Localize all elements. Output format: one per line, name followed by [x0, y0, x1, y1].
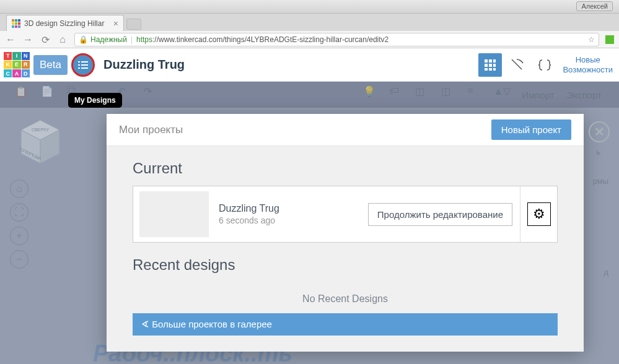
design-name[interactable]: Duzzling Trug — [103, 58, 185, 72]
viewcube[interactable]: СВЕРХУ СПЕРЕДИ — [19, 119, 62, 168]
zoom-in-icon[interactable]: + — [10, 227, 29, 245]
svg-rect-13 — [489, 68, 492, 71]
reload-icon[interactable]: ⟳ — [40, 34, 51, 46]
my-designs-tooltip: My Designs — [68, 93, 122, 108]
news-line2: Возможности — [563, 65, 613, 75]
my-designs-button[interactable] — [71, 53, 95, 77]
svg-rect-6 — [485, 59, 488, 63]
svg-rect-1 — [81, 61, 88, 63]
dialog-body: Current Duzzling Trug 6 seconds ago Прод… — [107, 146, 584, 336]
design-card-time: 6 seconds ago — [219, 215, 333, 225]
tab-title: 3D design Sizzling Hillar — [24, 19, 104, 28]
svg-text:СВЕРХУ: СВЕРХУ — [32, 128, 49, 132]
svg-rect-12 — [485, 68, 488, 71]
gallery-button-label: Больше проектов в галерее — [152, 319, 272, 329]
grid-icon — [483, 58, 497, 72]
tinkercad-logo-icon[interactable]: TIN KER CAD — [4, 52, 30, 78]
news-line1: Новые — [563, 55, 613, 65]
list-icon — [77, 59, 89, 71]
my-projects-dialog: Мои проекты Новый проект Current Duzzlin… — [107, 114, 584, 352]
tab-bar: 3D design Sizzling Hillar × — [0, 14, 619, 31]
lock-icon: 🔒 — [79, 35, 88, 44]
new-tab-button[interactable] — [126, 19, 141, 30]
paste-icon[interactable]: 📄 — [41, 85, 59, 104]
home-view-icon[interactable]: ⌂ — [10, 180, 29, 198]
bulb-icon[interactable]: 💡 — [363, 85, 382, 104]
svg-rect-4 — [78, 67, 80, 69]
copy-icon[interactable]: 📋 — [15, 85, 33, 104]
ungroup-icon[interactable]: ◫ — [441, 85, 460, 104]
user-badge[interactable]: Алексей — [576, 1, 613, 11]
pickaxe-icon — [509, 57, 525, 73]
note-icon[interactable]: 🏷 — [389, 85, 408, 104]
app-topbar: TIN KER CAD Beta Duzzling Trug Новые Воз… — [0, 48, 619, 82]
url-protocol: https — [136, 35, 152, 44]
svg-rect-7 — [489, 59, 492, 63]
blocks-button[interactable] — [506, 53, 529, 77]
design-thumbnail[interactable] — [139, 191, 209, 237]
chevron-left-icon: ∢ — [141, 319, 152, 329]
address-bar-row: ← → ⟳ ⌂ 🔒 Надежный | https ://www.tinker… — [0, 31, 619, 48]
dialog-close-button[interactable]: ✕ — [589, 121, 610, 142]
svg-rect-10 — [489, 64, 492, 67]
continue-editing-button[interactable]: Продолжить редактирование — [368, 203, 512, 226]
import-button[interactable]: Импорт — [522, 90, 554, 100]
svg-rect-5 — [81, 67, 88, 69]
browser-chrome: Алексей 3D design Sizzling Hillar × ← → … — [0, 0, 619, 48]
svg-rect-3 — [81, 64, 88, 66]
export-button[interactable]: Экспорт — [567, 90, 602, 100]
mirror-icon[interactable]: ▲▽ — [493, 85, 512, 104]
dialog-title: Мои проекты — [119, 124, 183, 136]
news-link[interactable]: Новые Возможности — [560, 55, 615, 74]
svg-rect-8 — [493, 59, 496, 63]
browser-tab[interactable]: 3D design Sizzling Hillar × — [6, 15, 124, 31]
code-button[interactable] — [533, 53, 556, 77]
bookmark-star-icon[interactable]: ☆ — [588, 35, 595, 44]
beta-badge: Beta — [33, 55, 68, 75]
svg-rect-0 — [78, 61, 80, 63]
extension-icon[interactable] — [605, 35, 614, 44]
forward-icon[interactable]: → — [22, 34, 33, 45]
zoom-out-icon[interactable]: − — [10, 250, 29, 269]
design-card-name: Duzzling Trug — [219, 203, 333, 214]
no-recent-designs-label: No Recent Designs — [133, 282, 558, 313]
secure-label: Надежный — [90, 35, 127, 44]
fit-view-icon[interactable]: ⛶ — [10, 203, 29, 222]
group-icon[interactable]: ◫ — [415, 85, 434, 104]
shapes-panel-button[interactable] — [478, 53, 502, 77]
home-icon[interactable]: ⌂ — [57, 34, 68, 45]
new-project-button[interactable]: Новый проект — [491, 119, 571, 140]
code-braces-icon — [537, 57, 553, 73]
current-design-card: Duzzling Trug 6 seconds ago Продолжить р… — [133, 186, 558, 243]
redo-icon[interactable]: ↷ — [144, 85, 162, 104]
back-icon[interactable]: ← — [5, 34, 16, 45]
design-settings-button[interactable]: ⚙ — [527, 202, 551, 226]
window-titlebar: Алексей — [0, 0, 619, 14]
gear-icon: ⚙ — [533, 206, 545, 222]
url-host: ://www.tinkercad.com — [152, 35, 222, 44]
url-path: /things/4LYBReADGtE-sizzling-hillar-curc… — [222, 35, 389, 44]
svg-rect-2 — [78, 64, 80, 66]
view-tools: ⌂ ⛶ + − — [10, 180, 29, 274]
svg-rect-9 — [485, 64, 488, 67]
favicon-icon — [12, 19, 20, 28]
recent-heading: Recent designs — [133, 256, 558, 274]
close-x-icon: ✕ — [594, 124, 605, 139]
align-icon[interactable]: ≡ — [467, 85, 486, 104]
svg-rect-11 — [493, 64, 496, 67]
current-heading: Current — [133, 160, 558, 177]
dialog-header: Мои проекты Новый проект — [107, 114, 584, 146]
right-label-trunc2: д — [604, 267, 608, 277]
svg-rect-14 — [493, 68, 496, 71]
tab-close-icon[interactable]: × — [113, 19, 118, 28]
address-bar[interactable]: 🔒 Надежный | https ://www.tinkercad.com … — [74, 33, 599, 46]
more-projects-gallery-button[interactable]: ∢ Больше проектов в галерее — [133, 313, 558, 336]
right-label-trunc1: ь — [596, 147, 600, 157]
right-label-shapes: рмы — [592, 176, 608, 186]
